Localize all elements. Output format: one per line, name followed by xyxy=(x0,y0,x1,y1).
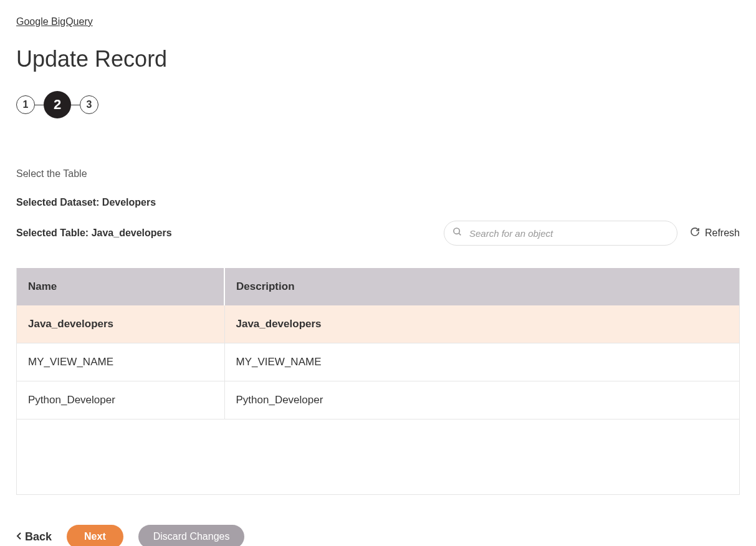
step-2[interactable]: 2 xyxy=(44,91,71,118)
search-icon xyxy=(452,227,462,239)
step-connector xyxy=(71,105,80,105)
step-connector xyxy=(35,105,44,105)
section-label: Select the Table xyxy=(16,168,740,180)
refresh-label: Refresh xyxy=(705,228,740,239)
footer-actions: Back Next Discard Changes xyxy=(16,525,740,546)
refresh-button[interactable]: Refresh xyxy=(690,227,740,239)
chevron-left-icon xyxy=(16,530,22,544)
table-empty-space xyxy=(17,419,739,494)
discard-button[interactable]: Discard Changes xyxy=(138,525,245,546)
step-3[interactable]: 3 xyxy=(80,95,98,114)
data-table: Name Description Java_developersJava_dev… xyxy=(17,268,739,419)
table-row[interactable]: Python_DeveloperPython_Developer xyxy=(17,381,739,419)
table-row[interactable]: MY_VIEW_NAMEMY_VIEW_NAME xyxy=(17,343,739,381)
svg-point-0 xyxy=(454,228,459,234)
table-cell-description: Python_Developer xyxy=(224,381,739,419)
step-1[interactable]: 1 xyxy=(16,95,35,114)
table-cell-name: Java_developers xyxy=(17,305,224,343)
refresh-icon xyxy=(690,227,700,239)
selected-dataset: Selected Dataset: Developers xyxy=(16,197,740,208)
svg-line-1 xyxy=(459,233,461,235)
table-cell-name: Python_Developer xyxy=(17,381,224,419)
breadcrumb-link[interactable]: Google BigQuery xyxy=(16,16,93,27)
search-input[interactable] xyxy=(444,221,677,246)
table-container: Name Description Java_developersJava_dev… xyxy=(16,268,740,495)
stepper: 1 2 3 xyxy=(16,91,740,118)
table-cell-description: MY_VIEW_NAME xyxy=(224,343,739,381)
table-row[interactable]: Java_developersJava_developers xyxy=(17,305,739,343)
selected-table: Selected Table: Java_developers xyxy=(16,228,444,239)
table-header-description: Description xyxy=(224,268,739,305)
back-label: Back xyxy=(25,530,52,544)
search-wrapper xyxy=(444,221,677,246)
back-button[interactable]: Back xyxy=(16,530,52,544)
table-header-name: Name xyxy=(17,268,224,305)
table-cell-name: MY_VIEW_NAME xyxy=(17,343,224,381)
toolbar: Selected Table: Java_developers Refresh xyxy=(16,221,740,246)
page-title: Update Record xyxy=(16,46,740,72)
table-cell-description: Java_developers xyxy=(224,305,739,343)
next-button[interactable]: Next xyxy=(67,525,123,546)
